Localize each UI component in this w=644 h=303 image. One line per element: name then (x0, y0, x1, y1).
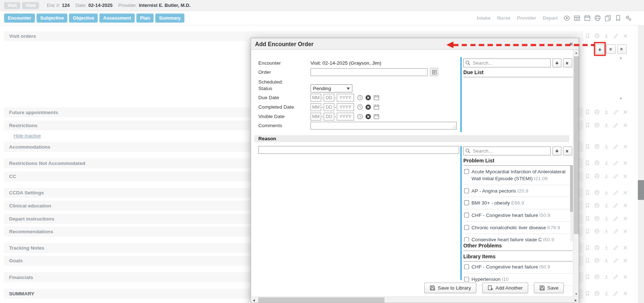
library-item[interactable]: CHF - Congestive heart failureI50.9 (463, 261, 573, 274)
printer-icon[interactable] (594, 245, 600, 251)
pencil-icon[interactable] (613, 190, 619, 195)
problem-checkbox[interactable] (464, 264, 469, 270)
printer-icon[interactable] (594, 258, 600, 263)
due-date-dd-input[interactable] (324, 94, 334, 102)
problem-checkbox[interactable] (464, 237, 469, 242)
add-due-item-button[interactable]: + (553, 58, 562, 68)
pencil-icon[interactable] (613, 33, 619, 39)
download-icon[interactable] (604, 245, 609, 251)
calendar-icon[interactable] (373, 104, 380, 110)
bookmark-icon[interactable] (585, 160, 590, 166)
problem-checkbox[interactable] (464, 277, 469, 282)
problem-list-item[interactable]: Acute Myocardial Infarction of Anterolat… (463, 166, 570, 185)
bookmark-icon[interactable] (585, 190, 590, 195)
problem-checkbox[interactable] (464, 225, 469, 230)
copy-icon[interactable] (604, 15, 611, 21)
download-icon[interactable] (604, 122, 609, 128)
problem-list-item[interactable]: Congestive heart failure stage CI50.9 (463, 234, 570, 242)
x-icon[interactable] (623, 160, 628, 166)
visible-date-dd-input[interactable] (324, 113, 334, 121)
calendar-icon[interactable] (584, 15, 591, 21)
printer-icon[interactable] (594, 160, 600, 166)
reason-input[interactable] (258, 146, 459, 154)
printer-icon[interactable] (594, 203, 600, 208)
scrollbar-thumb[interactable] (258, 297, 385, 303)
pencil-icon[interactable] (613, 122, 619, 128)
time-icon[interactable] (357, 104, 363, 110)
tab-plan[interactable]: Plan (136, 13, 154, 23)
expand-reason-list-button[interactable]: » (563, 146, 572, 155)
status-select[interactable]: Pending (311, 84, 352, 93)
x-icon[interactable] (623, 291, 628, 296)
dialog-vertical-scrollbar[interactable]: ▲ ▼ (573, 50, 579, 296)
x-icon[interactable] (623, 144, 628, 149)
download-icon[interactable] (604, 190, 609, 195)
bookmark-icon[interactable] (585, 291, 590, 296)
calendar-icon[interactable] (373, 113, 380, 120)
tab-assessment[interactable]: Assessment (99, 13, 135, 23)
x-icon[interactable] (623, 258, 628, 263)
printer-icon[interactable] (594, 291, 600, 296)
pencil-icon[interactable] (613, 144, 619, 149)
problem-checkbox[interactable] (464, 169, 469, 174)
printer-icon[interactable] (594, 109, 600, 115)
printer-icon[interactable] (594, 229, 600, 234)
due-date-mm-input[interactable] (311, 94, 321, 102)
problem-checkbox[interactable] (464, 201, 469, 206)
pencil-icon[interactable] (613, 203, 619, 208)
visit-button[interactable]: Visit (4, 2, 20, 9)
collapse-all-button[interactable]: « (617, 44, 627, 54)
download-icon[interactable] (604, 109, 609, 115)
problem-list-item[interactable]: BMI 30+ - obesityE66.9 (463, 197, 570, 210)
visible-date-mm-input[interactable] (311, 113, 321, 121)
x-icon[interactable] (623, 190, 628, 195)
bookmark-icon[interactable] (585, 245, 590, 251)
printer-icon[interactable] (594, 174, 600, 179)
download-icon[interactable] (604, 160, 609, 166)
bookmark-icon[interactable] (585, 258, 590, 263)
problem-list-item[interactable]: AP - Angina pectorisI20.9 (463, 185, 570, 197)
reason-search-input[interactable] (463, 146, 551, 155)
problem-list-item[interactable]: CHF - Congestive heart failureI50.9 (463, 209, 570, 222)
collapse-caret-icon[interactable]: ▾ (620, 56, 622, 60)
bookmark-icon[interactable] (585, 109, 590, 115)
clear-date-icon[interactable] (365, 94, 371, 101)
download-icon[interactable] (604, 258, 609, 263)
visible-date-yyyy-input[interactable] (337, 113, 354, 121)
x-icon[interactable] (623, 274, 628, 280)
problem-list-scrollbar-thumb[interactable] (570, 166, 573, 212)
problem-checkbox[interactable] (464, 213, 469, 218)
save-to-library-button[interactable]: Save to Library (424, 283, 476, 293)
download-icon[interactable] (604, 216, 609, 221)
download-icon[interactable] (604, 229, 609, 234)
x-icon[interactable] (623, 122, 628, 128)
scroll-down-button[interactable]: ▼ (573, 291, 579, 296)
add-another-button[interactable]: Add Another (482, 283, 528, 293)
collapse-caret-icon[interactable]: ▾ (620, 96, 622, 101)
x-icon[interactable] (623, 245, 628, 251)
clear-date-icon[interactable] (365, 113, 371, 120)
order-browse-button[interactable] (430, 68, 438, 76)
bookmark-icon[interactable] (585, 216, 590, 221)
clear-date-icon[interactable] (365, 104, 371, 110)
download-icon[interactable] (604, 144, 609, 149)
completed-date-yyyy-input[interactable] (337, 103, 354, 111)
add-reason-button[interactable]: + (553, 146, 562, 155)
tab-objective[interactable]: Objective (69, 13, 98, 23)
bookmark-icon[interactable] (585, 174, 590, 179)
scrollbar-thumb[interactable] (574, 56, 579, 234)
save-button[interactable]: Save (534, 283, 564, 293)
x-icon[interactable] (623, 33, 628, 39)
tab-subjective[interactable]: Subjective (37, 13, 68, 23)
problem-list-scrollbar[interactable] (570, 166, 573, 241)
due-date-yyyy-input[interactable] (337, 94, 354, 102)
page-scrollbar[interactable] (638, 25, 644, 303)
printer-icon[interactable] (594, 216, 600, 221)
bookmark-icon[interactable] (585, 203, 590, 208)
completed-date-mm-input[interactable] (311, 103, 321, 111)
order-input[interactable] (311, 68, 428, 76)
pencil-icon[interactable] (613, 229, 619, 234)
completed-date-dd-input[interactable] (324, 103, 334, 111)
download-icon[interactable] (604, 203, 609, 208)
pencil-icon[interactable] (613, 174, 619, 179)
